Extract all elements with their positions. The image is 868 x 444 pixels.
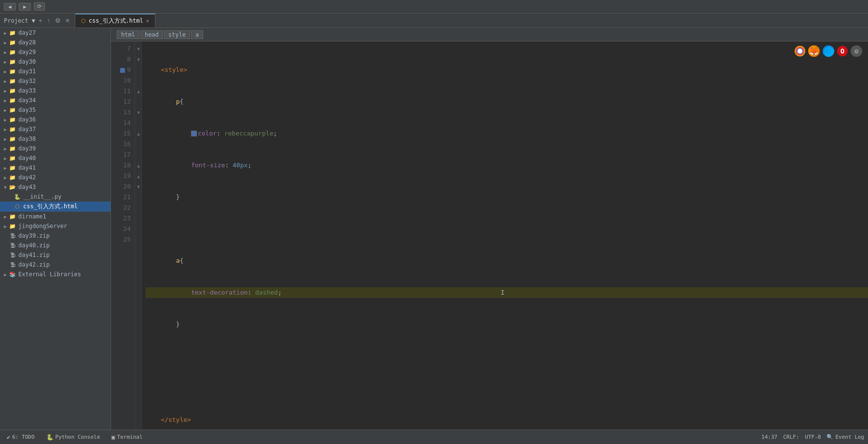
tab-close-btn[interactable]: ✕ bbox=[146, 18, 150, 24]
sidebar-item-day34[interactable]: ▶ 📁 day34 bbox=[0, 95, 110, 105]
label-day32: day32 bbox=[18, 78, 36, 84]
sidebar-item-init-py[interactable]: 🐍 __init__.py bbox=[0, 192, 110, 202]
terminal-tab[interactable]: ▣ Terminal bbox=[109, 433, 145, 442]
line-numbers: 7 8 9 10 11 12 13 14 15 16 17 18 19 20 2… bbox=[111, 41, 135, 430]
arrow-day36: ▶ bbox=[2, 117, 9, 122]
main-area: ▶ 📁 day27 ▶ 📁 day28 ▶ 📁 day29 ▶ 📁 day30 … bbox=[0, 28, 868, 430]
sidebar-item-day43[interactable]: ▼ 📂 day43 bbox=[0, 182, 110, 192]
python-icon: 🐍 bbox=[46, 434, 54, 441]
fold-7[interactable]: ▼ bbox=[135, 43, 142, 54]
arrow-day43: ▼ bbox=[2, 185, 9, 190]
python-console-tab[interactable]: 🐍 Python Console bbox=[43, 433, 103, 442]
sidebar-item-jingdong[interactable]: ▶ 📁 jingdongServer bbox=[0, 221, 110, 231]
label-jingdong: jingdongServer bbox=[18, 223, 67, 229]
sidebar-item-day30[interactable]: ▶ 📁 day30 bbox=[0, 57, 110, 67]
project-btn1[interactable]: + bbox=[37, 16, 44, 25]
fold-12 bbox=[135, 96, 142, 107]
arrow-day38: ▶ bbox=[2, 136, 9, 142]
ln-15: 15 bbox=[111, 128, 131, 139]
arrow-day28: ▶ bbox=[2, 40, 9, 45]
sidebar-item-day32[interactable]: ▶ 📁 day32 bbox=[0, 76, 110, 86]
fold-11[interactable]: ▲ bbox=[135, 86, 142, 96]
fold-8[interactable]: ▼ bbox=[135, 54, 142, 65]
arrow-ext-lib: ▶ bbox=[2, 272, 9, 277]
tab-css-html[interactable]: ⬡ css_引入方式.html ✕ bbox=[75, 13, 156, 27]
todo-tab[interactable]: ✔ 6: TODO bbox=[4, 433, 38, 442]
sidebar-item-dirname1[interactable]: ▶ 📁 dirname1 bbox=[0, 212, 110, 221]
sidebar-item-day39[interactable]: ▶ 📁 day39 bbox=[0, 144, 110, 153]
folder-icon-day34: 📁 bbox=[9, 96, 16, 104]
breadcrumb-bar: html head style a bbox=[111, 28, 868, 41]
toolbar-forward-btn[interactable]: ► bbox=[19, 3, 31, 11]
sidebar-item-day39zip[interactable]: ▶ 🗜 day39.zip bbox=[0, 231, 110, 241]
sidebar-item-css-html[interactable]: ⬡ css_引入方式.html bbox=[0, 202, 110, 212]
sidebar-item-day27[interactable]: ▶ 📁 day27 bbox=[0, 28, 110, 38]
ln-25: 25 bbox=[111, 234, 131, 245]
breadcrumb-a[interactable]: a bbox=[191, 30, 203, 39]
settings-icon[interactable]: ⚙ bbox=[851, 45, 862, 57]
folder-icon-dirname1: 📁 bbox=[9, 213, 16, 220]
top-toolbar: ◄ ► ⟳ bbox=[0, 0, 868, 13]
fold-20[interactable]: ▼ bbox=[135, 181, 142, 192]
project-dropdown[interactable]: Project ▼ bbox=[4, 17, 35, 24]
sidebar-item-day42[interactable]: ▶ 📁 day42 bbox=[0, 173, 110, 182]
arrow-day30: ▶ bbox=[2, 59, 9, 65]
ln-11: 11 bbox=[111, 86, 131, 96]
breadcrumb-html[interactable]: html bbox=[117, 30, 139, 39]
sidebar-item-day33[interactable]: ▶ 📁 day33 bbox=[0, 86, 110, 95]
toolbar-back-btn[interactable]: ◄ bbox=[4, 3, 16, 11]
folder-icon-day38: 📁 bbox=[9, 135, 16, 143]
project-btn3[interactable]: ⚙ bbox=[54, 16, 62, 25]
breadcrumb-head[interactable]: head bbox=[140, 30, 163, 39]
ln-12: 12 bbox=[111, 96, 131, 107]
breadcrumb-style[interactable]: style bbox=[164, 30, 190, 39]
code-editor[interactable]: 🦊 🌐 O ⚙ 7 8 9 10 11 12 13 14 15 16 17 bbox=[111, 41, 868, 430]
todo-icon: ✔ bbox=[7, 434, 10, 441]
sidebar-item-day42zip[interactable]: ▶ 🗜 day42.zip bbox=[0, 260, 110, 269]
code-content[interactable]: <style> p{ color: rebeccapurple; font-si… bbox=[142, 41, 868, 430]
event-log[interactable]: 🔍 Event Log bbox=[827, 434, 864, 440]
todo-label: 6: TODO bbox=[12, 434, 34, 440]
fold-18[interactable]: ▲ bbox=[135, 160, 142, 171]
sidebar-item-ext-lib[interactable]: ▶ 📚 External Libraries bbox=[0, 269, 110, 279]
folder-icon-day37: 📁 bbox=[9, 125, 16, 133]
folder-icon-jingdong: 📁 bbox=[9, 222, 16, 230]
ln-19: 19 bbox=[111, 171, 131, 181]
label-day39: day39 bbox=[18, 145, 36, 152]
sidebar-item-day31[interactable]: ▶ 📁 day31 bbox=[0, 67, 110, 76]
sidebar-item-day41zip[interactable]: ▶ 🗜 day41.zip bbox=[0, 250, 110, 260]
fold-19[interactable]: ▲ bbox=[135, 171, 142, 181]
label-day42zip: day42.zip bbox=[18, 261, 50, 268]
project-btn2[interactable]: ↑ bbox=[46, 16, 52, 25]
label-day41: day41 bbox=[18, 164, 36, 171]
fold-15[interactable]: ▲ bbox=[135, 128, 142, 139]
terminal-label: Terminal bbox=[117, 434, 143, 440]
arrow-jingdong: ▶ bbox=[2, 224, 9, 229]
fold-17 bbox=[135, 149, 142, 160]
folder-icon-day27: 📁 bbox=[9, 29, 16, 37]
folder-icon-day32: 📁 bbox=[9, 77, 16, 85]
sidebar-item-day36[interactable]: ▶ 📁 day36 bbox=[0, 115, 110, 124]
toolbar-refresh-btn[interactable]: ⟳ bbox=[34, 2, 45, 11]
sidebar-item-day40[interactable]: ▶ 📁 day40 bbox=[0, 153, 110, 163]
edge-icon[interactable]: 🌐 bbox=[823, 45, 834, 57]
sidebar-item-day28[interactable]: ▶ 📁 day28 bbox=[0, 38, 110, 47]
code-line-18: </style> bbox=[146, 415, 868, 425]
sidebar-item-day41[interactable]: ▶ 📁 day41 bbox=[0, 163, 110, 173]
sidebar-item-day40zip[interactable]: ▶ 🗜 day40.zip bbox=[0, 241, 110, 250]
fold-13[interactable]: ▼ bbox=[135, 107, 142, 118]
label-day38: day38 bbox=[18, 135, 36, 142]
code-line-14: text-decoration: dashed; I bbox=[146, 287, 868, 298]
folder-icon-day40: 📁 bbox=[9, 154, 16, 162]
project-btn4[interactable]: ≡ bbox=[64, 16, 71, 25]
folder-icon-day30: 📁 bbox=[9, 58, 16, 66]
sidebar-item-day29[interactable]: ▶ 📁 day29 bbox=[0, 47, 110, 57]
sidebar-item-day38[interactable]: ▶ 📁 day38 bbox=[0, 134, 110, 144]
opera-icon[interactable]: O bbox=[837, 46, 848, 56]
sidebar-item-day35[interactable]: ▶ 📁 day35 bbox=[0, 105, 110, 115]
firefox-icon[interactable]: 🦊 bbox=[808, 45, 820, 57]
ln-9: 9 bbox=[111, 65, 131, 75]
sidebar-item-day37[interactable]: ▶ 📁 day37 bbox=[0, 124, 110, 134]
label-day31: day31 bbox=[18, 68, 36, 75]
chrome-icon[interactable] bbox=[795, 46, 805, 56]
